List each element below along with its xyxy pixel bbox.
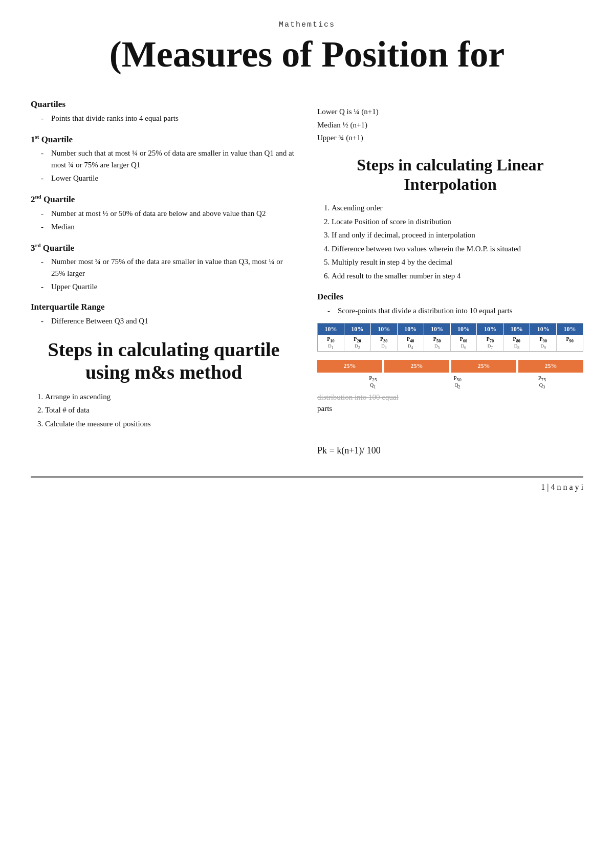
list-item: Lower Quartile	[41, 172, 297, 184]
list-item: Score-points that divide a distribution …	[327, 305, 583, 317]
truncated-text: distribution into 100 equal parts	[317, 392, 583, 415]
decile-cell-2: 10%	[344, 323, 371, 335]
q-label-q2: P50Q2	[416, 375, 498, 389]
right-column: Lower Q is ¼ (n+1) Median ½ (n+1) Upper …	[317, 90, 583, 456]
list-item: Points that divide ranks into 4 equal pa…	[41, 113, 297, 124]
two-column-layout: Quartiles Points that divide ranks into …	[31, 90, 583, 456]
steps-quartile-section: Steps in calculating quartile using m&s …	[31, 339, 297, 429]
percentile-formula: Pk = k(n+1)/ 100	[317, 445, 583, 456]
list-item: Number at most ½ or 50% of data are belo…	[41, 208, 297, 220]
list-item: If and only if decimal, proceed in inter…	[332, 229, 583, 241]
decile-chart: 10% 10% 10% 10% 10% 10% 10% 10% 10% 10% …	[317, 323, 583, 352]
list-item: Multiply result in step 4 by the decimal	[332, 256, 583, 268]
iqr-list: Difference Between Q3 and Q1	[31, 315, 297, 327]
decile-label-7: P70D7	[477, 335, 503, 351]
list-item: Number such that at most ¼ or 25% of dat…	[41, 147, 297, 170]
decile-cell-5: 10%	[424, 323, 451, 335]
q1-heading: 1st Quartile	[31, 134, 297, 145]
q-bar-2: 25%	[384, 360, 449, 373]
iqr-heading: Interquartile Range	[31, 302, 297, 312]
footer: 1 | 4 n n a y i	[31, 476, 583, 492]
list-item: Difference Between Q3 and Q1	[41, 315, 297, 327]
left-column: Quartiles Points that divide ranks into …	[31, 90, 297, 431]
decile-label-2: P20D2	[344, 335, 371, 351]
list-item: Difference between two values wherein th…	[332, 243, 583, 255]
decile-cell-3: 10%	[371, 323, 398, 335]
q-label-spacer	[317, 375, 330, 389]
page: Mathemtics (Measures of Position for Qua…	[0, 0, 614, 868]
list-item: Calculate the measure of positions	[45, 418, 297, 430]
quartiles-heading: Quartiles	[31, 99, 297, 110]
q-label-q3: P75Q3	[501, 375, 583, 389]
list-item: Upper Quartile	[41, 281, 297, 293]
list-item: Locate Position of score in distribution	[332, 216, 583, 228]
steps-quartile-heading: Steps in calculating quartile using m&s …	[31, 339, 297, 383]
decile-label-5: P50D5	[424, 335, 451, 351]
decile-cell-1: 10%	[318, 323, 344, 335]
decile-cell-8: 10%	[503, 323, 530, 335]
quartile-label-row: P25Q1 P50Q2 P75Q3	[317, 375, 583, 389]
formula-line-3: Upper ¾ (n+1)	[317, 132, 583, 145]
q1-list: Number such that at most ¼ or 25% of dat…	[31, 147, 297, 184]
q3-list: Number most ¾ or 75% of the data are sma…	[31, 256, 297, 293]
q2-heading: 2nd Quartile	[31, 193, 297, 205]
q-label-q1: P25Q1	[332, 375, 414, 389]
deciles-section: Deciles Score-points that divide a distr…	[317, 292, 583, 455]
decile-label-6: P60D6	[451, 335, 477, 351]
quartile-chart: 25% 25% 25% 25% P25Q1 P50Q2 P75Q3	[317, 360, 583, 389]
q-bar-4: 25%	[518, 360, 583, 373]
q-bar-3: 25%	[451, 360, 516, 373]
list-item: Number most ¾ or 75% of the data are sma…	[41, 256, 297, 279]
subject-label: Mathemtics	[31, 20, 583, 29]
list-item: Median	[41, 221, 297, 233]
formula-line-2: Median ½ (n+1)	[317, 119, 583, 132]
list-item: Add result to the smaller number in step…	[332, 270, 583, 282]
list-item: Ascending order	[332, 202, 583, 214]
decile-cell-10: 10%	[557, 323, 583, 335]
decile-label-10: P90	[557, 335, 583, 351]
deciles-heading: Deciles	[317, 292, 583, 302]
decile-label-8: P80D8	[503, 335, 530, 351]
steps-quartile-list: Arrange in ascending Total # of data Cal…	[31, 391, 297, 430]
decile-cell-9: 10%	[530, 323, 557, 335]
decile-cell-4: 10%	[398, 323, 424, 335]
steps-linear-heading: Steps in calculating Linear Interpolatio…	[317, 155, 583, 194]
quartile-bar-row: 25% 25% 25% 25%	[317, 360, 583, 373]
decile-label-3: P30D3	[371, 335, 398, 351]
q2-list: Number at most ½ or 50% of data are belo…	[31, 208, 297, 233]
decile-cell-6: 10%	[451, 323, 477, 335]
formula-line-1: Lower Q is ¼ (n+1)	[317, 105, 583, 119]
quartiles-list: Points that divide ranks into 4 equal pa…	[31, 113, 297, 124]
decile-top-row: 10% 10% 10% 10% 10% 10% 10% 10% 10% 10%	[318, 323, 583, 335]
list-item: Total # of data	[45, 404, 297, 416]
q-bar-1: 25%	[317, 360, 382, 373]
decile-label-1: P10D1	[318, 335, 344, 351]
decile-label-row: P10D1 P20D2 P30D3 P40D4 P50D5 P60D6 P70D…	[318, 335, 583, 351]
footer-text: 1 | 4 n n a y i	[541, 483, 583, 492]
deciles-list: Score-points that divide a distribution …	[317, 305, 583, 317]
decile-cell-7: 10%	[477, 323, 503, 335]
list-item: Arrange in ascending	[45, 391, 297, 403]
main-title: (Measures of Position for	[31, 34, 583, 75]
decile-label-4: P40D4	[398, 335, 424, 351]
steps-linear-list: Ascending order Locate Position of score…	[317, 202, 583, 281]
decile-label-9: P90D9	[530, 335, 557, 351]
q3-heading: 3rd Quartile	[31, 242, 297, 253]
quartile-formulas: Lower Q is ¼ (n+1) Median ½ (n+1) Upper …	[317, 105, 583, 145]
